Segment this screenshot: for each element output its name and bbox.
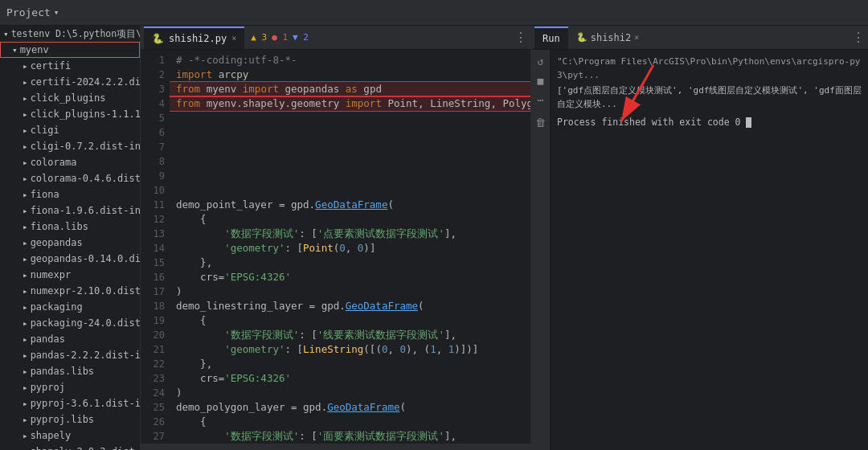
sidebar-item-click-plugins-label: click_plugins	[31, 92, 106, 104]
tab-shishi2-label: shishi2.py	[169, 33, 227, 44]
run-tab-close-icon[interactable]: ×	[634, 33, 639, 42]
run-tab-shishi2-label: shishi2	[591, 32, 632, 43]
sidebar-item-numexpr-dist-label: numexpr-2.10.0.dist-int	[31, 285, 140, 297]
run-label: Run	[542, 33, 560, 44]
sidebar-item-numexpr-label: numexpr	[31, 269, 72, 280]
warning-badge: ▲ 3	[251, 32, 267, 43]
sidebar-item-geopandas-label: geopandas	[31, 237, 83, 248]
click-plugins-icon: ▸	[23, 93, 28, 104]
sidebar-item-packaging-label: packaging	[31, 301, 83, 313]
pandas-icon: ▸	[23, 334, 28, 345]
shapely-folder-icon: ▸	[23, 431, 28, 441]
run-tab[interactable]: Run	[534, 27, 568, 49]
root-folder-icon: ▾	[3, 29, 9, 39]
run-path-text: "C:\Program Files\ArcGIS\Pro\bin\Python\…	[557, 55, 862, 82]
line-numbers: 12345 678910 1112131415 1617181920 21222…	[141, 50, 170, 444]
certifi-folder-icon: ▸	[23, 61, 28, 72]
packaging-dist-icon: ▸	[23, 318, 28, 329]
sidebar-item-certifi[interactable]: ▸ certifi	[0, 58, 140, 74]
sidebar-item-colorama-label: colorama	[31, 157, 77, 168]
sidebar-item-pyproj[interactable]: ▸ pyproj	[0, 379, 140, 395]
sidebar-item-shapely-label: shapely	[31, 430, 72, 441]
sidebar-item-cligi[interactable]: ▸ cligi	[0, 122, 140, 138]
sidebar-item-pyproj-dist[interactable]: ▸ pyproj-3.6.1.dist-info	[0, 395, 140, 411]
run-panel-more[interactable]: ⋮	[852, 30, 865, 45]
sidebar-item-cligi-dist[interactable]: ▸ cligi-0.7.2.dist-info	[0, 138, 140, 154]
sidebar-item-fiona[interactable]: ▸ fiona	[0, 186, 140, 202]
run-settings-button[interactable]: ⋯	[533, 92, 549, 108]
sidebar-item-cligi-dist-label: cligi-0.7.2.dist-info	[31, 141, 140, 152]
sidebar-item-certifi-dist[interactable]: ▸ certifi-2024.2.2.dist-inf	[0, 74, 140, 90]
sidebar-item-myenv[interactable]: ▾ myenv	[0, 42, 140, 58]
code-editor[interactable]: # -*-coding:utf-8-*- import arcpy from m…	[170, 50, 530, 444]
editor-tab-bar: 🐍 shishi2.py × ▲ 3 ● 1 ▼ 2 ⋮	[141, 26, 530, 50]
top-bar: Project ▾	[0, 0, 868, 26]
sidebar-item-myenv-label: myenv	[20, 44, 49, 55]
editor-tab-more[interactable]: ⋮	[514, 30, 527, 45]
sidebar-item-shapely[interactable]: ▸ shapely	[0, 428, 140, 444]
sidebar-item-pyproj-label: pyproj	[31, 382, 65, 393]
tab-py-icon: 🐍	[152, 33, 164, 44]
run-panel: Run 🐍 shishi2 × ⋮ ↺ ■ ⋯ 🗑 "C:\Program Fi…	[530, 26, 868, 450]
sidebar-item-numexpr-dist[interactable]: ▸ numexpr-2.10.0.dist-int	[0, 283, 140, 299]
fiona-libs-icon: ▸	[23, 222, 28, 232]
run-cursor	[746, 117, 751, 128]
stop-button[interactable]: ■	[533, 72, 549, 88]
run-trash-button[interactable]: 🗑	[533, 114, 549, 130]
sidebar-item-fiona-dist[interactable]: ▸ fiona-1.9.6.dist-info	[0, 202, 140, 219]
sidebar-item-colorama[interactable]: ▸ colorama	[0, 154, 140, 170]
pandas-libs-icon: ▸	[23, 366, 28, 377]
sidebar-item-packaging-dist-label: packaging-24.0.dist-inf	[31, 317, 140, 329]
run-result-text: ['gdf点图层自定义模块测试', 'gdf线图层自定义模块测试', 'gdf面…	[557, 84, 862, 111]
run-tab-bar: Run 🐍 shishi2 × ⋮	[531, 26, 868, 50]
sidebar-item-fiona-label: fiona	[31, 189, 59, 200]
myenv-folder-icon: ▾	[12, 45, 18, 55]
tab-close-icon[interactable]: ×	[231, 34, 236, 43]
info-badge: ▼ 2	[293, 32, 309, 43]
pyproj-libs-icon: ▸	[23, 415, 28, 425]
numexpr-icon: ▸	[23, 270, 28, 280]
sidebar-item-pandas-dist[interactable]: ▸ pandas-2.2.2.dist-info	[0, 347, 140, 363]
project-chevron[interactable]: ▾	[54, 7, 59, 18]
sidebar-item-colorama-dist[interactable]: ▸ colorama-0.4.6.dist-inf	[0, 170, 140, 186]
sidebar-item-packaging-dist[interactable]: ▸ packaging-24.0.dist-inf	[0, 315, 140, 331]
sidebar-item-shapely-dist[interactable]: ▸ shapely-2.0.3.dist-info	[0, 444, 140, 450]
run-output: "C:\Program Files\ArcGIS\Pro\bin\Python\…	[551, 50, 868, 450]
sidebar-root[interactable]: ▾ testenv D:\5.python项目\te...	[0, 26, 140, 42]
colorama-dist-icon: ▸	[23, 174, 28, 184]
numexpr-dist-icon: ▸	[23, 286, 28, 297]
cligi-dist-icon: ▸	[23, 141, 28, 152]
fiona-icon: ▸	[23, 190, 28, 200]
sidebar-item-click-plugins[interactable]: ▸ click_plugins	[0, 90, 140, 106]
sidebar-item-pyproj-libs-label: pyproj.libs	[31, 414, 94, 425]
pyproj-dist-icon: ▸	[23, 399, 28, 409]
project-label[interactable]: Project	[6, 6, 51, 18]
editor-horizontal-scrollbar[interactable]	[141, 444, 530, 450]
rerun-button[interactable]: ↺	[533, 53, 549, 69]
sidebar-item-packaging[interactable]: ▸ packaging	[0, 299, 140, 315]
pandas-dist-icon: ▸	[23, 350, 28, 361]
cligi-icon: ▸	[23, 125, 28, 136]
tab-shishi2[interactable]: 🐍 shishi2.py ×	[144, 27, 244, 49]
sidebar-item-click-plugins-dist[interactable]: ▸ click_plugins-1.1.1.dist-	[0, 106, 140, 122]
sidebar-item-colorama-dist-label: colorama-0.4.6.dist-inf	[31, 173, 140, 184]
run-tab-shishi2[interactable]: 🐍 shishi2 ×	[568, 27, 648, 49]
sidebar: ▾ testenv D:\5.python项目\te... ▾ myenv ▸ …	[0, 26, 141, 450]
sidebar-item-pyproj-libs[interactable]: ▸ pyproj.libs	[0, 411, 140, 428]
sidebar-item-pandas[interactable]: ▸ pandas	[0, 331, 140, 347]
sidebar-item-geopandas-dist[interactable]: ▸ geopandas-0.14.0.dist-	[0, 251, 140, 267]
sidebar-item-pandas-libs[interactable]: ▸ pandas.libs	[0, 363, 140, 379]
sidebar-item-numexpr[interactable]: ▸ numexpr	[0, 267, 140, 283]
error-badge: ● 1	[272, 32, 288, 43]
editor-area: 🐍 shishi2.py × ▲ 3 ● 1 ▼ 2 ⋮ 12345 67891…	[141, 26, 530, 450]
sidebar-item-certifi-label: certifi	[31, 60, 72, 72]
colorama-icon: ▸	[23, 158, 28, 168]
sidebar-item-fiona-libs[interactable]: ▸ fiona.libs	[0, 219, 140, 235]
sidebar-item-click-plugins-dist-label: click_plugins-1.1.1.dist-	[31, 108, 140, 120]
sidebar-item-geopandas-dist-label: geopandas-0.14.0.dist-	[31, 253, 140, 264]
sidebar-item-geopandas[interactable]: ▸ geopandas	[0, 235, 140, 251]
sidebar-item-pyproj-dist-label: pyproj-3.6.1.dist-info	[31, 398, 140, 409]
shapely-dist-icon: ▸	[23, 447, 28, 451]
run-exit-text: Process finished with exit code 0	[557, 116, 862, 129]
sidebar-item-pandas-libs-label: pandas.libs	[31, 366, 94, 377]
